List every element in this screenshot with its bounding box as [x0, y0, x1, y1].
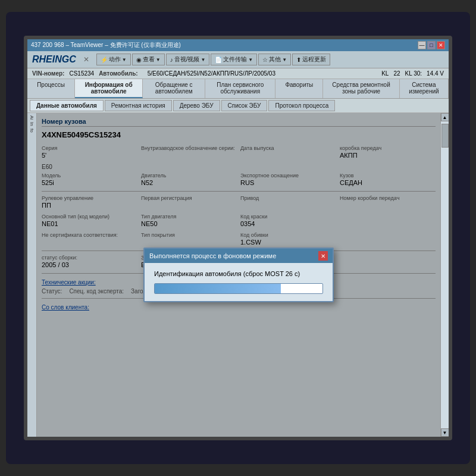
dialog-body: Идентификация автомобиля (сброс MOST 26 … [145, 263, 333, 301]
scroll-track [441, 121, 449, 428]
kl2-value: 14.4 V [427, 70, 444, 77]
progress-bar-fill [155, 284, 281, 293]
dialog-message: Идентификация автомобиля (сброс MOST 26 … [154, 270, 323, 277]
teamviewer-title-bar: 437 200 968 – TeamViewer – 免费许可证 (仅非商业用途… [27, 39, 449, 51]
auto-value: 5/E60/СЕДАН/525I/N52/АКПП/RUS/ЛР/2005/03 [148, 70, 275, 77]
scroll-up-button[interactable]: ▲ [441, 113, 449, 121]
maximize-button[interactable]: □ [427, 41, 436, 49]
toolbar-filetransfer[interactable]: 📄 文件传输 ▼ [211, 54, 257, 65]
scroll-down-button[interactable]: ▼ [441, 428, 449, 437]
subtab-repair-history[interactable]: Ремонтная история [105, 100, 172, 111]
tab-vehicle-info[interactable]: Информация об автомобиле [75, 79, 143, 98]
arrow-icon4: ▼ [248, 57, 253, 62]
lightning-icon: ⚡ [101, 57, 108, 63]
tab-service-plan[interactable]: План сервисного обслуживания [205, 79, 275, 98]
content-area: Ai In fo Номер кузова X4XNE50495CS15234 … [27, 113, 449, 437]
main-nav-tabs: Процессы Информация об автомобиле Обраще… [27, 79, 449, 99]
tab-vehicle-handling[interactable]: Обращение с автомобилем [143, 79, 205, 98]
actions-label: 动作 [109, 55, 121, 64]
subtab-ecu-list[interactable]: Список ЭБУ [221, 100, 268, 111]
arrow-icon5: ▼ [282, 57, 287, 62]
subtab-ecu-tree[interactable]: Дерево ЭБУ [173, 100, 220, 111]
scroll-thumb[interactable] [441, 124, 449, 148]
app-header: RHEINGC ✕ ⚡ 动作 ▼ ◉ 查看 ▼ ♪ 音视/视频 [27, 51, 449, 68]
kl-value: 22 [393, 70, 400, 77]
arrow-icon: ▼ [122, 57, 127, 62]
dialog-title-bar: Выполняется процесс в фоновом режиме ✕ [145, 249, 333, 263]
tab-favorites[interactable]: Фавориты [275, 79, 323, 98]
toolbar-actions[interactable]: ⚡ 动作 ▼ [96, 54, 131, 65]
kl-label: KL [381, 70, 389, 77]
progress-bar-container [154, 283, 323, 294]
vin-label: VIN-номер: [32, 70, 64, 77]
laptop-screen: 437 200 968 – TeamViewer – 免费许可证 (仅非商业用途… [24, 36, 452, 440]
toolbar: ⚡ 动作 ▼ ◉ 查看 ▼ ♪ 音视/视频 ▼ 📄 [96, 54, 444, 65]
photo-frame: 437 200 968 – TeamViewer – 免费许可证 (仅非商业用途… [6, 12, 470, 464]
toolbar-remote-update[interactable]: ⬆ 远程更新 [292, 54, 330, 65]
close-window-button[interactable]: ✕ [437, 41, 445, 49]
audio-icon: ♪ [170, 57, 173, 63]
right-scrollbar: ▲ ▼ [440, 113, 449, 437]
kl2-label: KL 30: [405, 70, 422, 77]
tab-processes[interactable]: Процессы [27, 79, 75, 98]
modal-overlay: Выполняется процесс в фоновом режиме ✕ И… [37, 113, 440, 437]
left-sidebar: Ai In fo [27, 113, 37, 437]
tab-measurements[interactable]: Система измерений [400, 79, 449, 98]
window-title: 437 200 968 – TeamViewer – 免费许可证 (仅非商业用途… [31, 41, 418, 49]
minimize-button[interactable]: — [418, 41, 426, 49]
app-window: RHEINGC ✕ ⚡ 动作 ▼ ◉ 查看 ▼ ♪ 音视/视频 [27, 51, 449, 437]
sub-tabs: Данные автомобиля Ремонтная история Дере… [27, 99, 449, 113]
title-bar-buttons: — □ ✕ [418, 41, 445, 49]
dialog-title: Выполняется процесс в фоновом режиме [149, 252, 276, 259]
file-icon: 📄 [215, 57, 222, 63]
star-icon: ☆ [262, 57, 268, 63]
app-logo: RHEINGC [32, 54, 76, 65]
arrow-icon2: ▼ [156, 57, 161, 62]
view-label: 查看 [143, 55, 155, 64]
toolbar-other[interactable]: ☆ 其他 ▼ [258, 54, 291, 65]
file-label: 文件传输 [223, 55, 247, 64]
audio-label: 音视/视频 [174, 55, 200, 64]
main-content: Номер кузова X4XNE50495CS15234 Серия 5' … [37, 113, 440, 437]
vin-value: CS15234 [69, 70, 94, 77]
sidebar-item-3[interactable]: fo [29, 129, 35, 133]
toolbar-audio[interactable]: ♪ 音视/视频 ▼ [166, 54, 210, 65]
subtab-process-log[interactable]: Протокол процесса [268, 100, 335, 111]
app-close-x[interactable]: ✕ [81, 55, 92, 64]
auto-label: Автомобиль: [99, 70, 138, 77]
remote-label: 远程更新 [302, 55, 326, 64]
other-label: 其他 [269, 55, 281, 64]
sidebar-item-1[interactable]: Ai [29, 115, 35, 120]
sidebar-item-2[interactable]: In [29, 122, 35, 126]
vin-bar: VIN-номер: CS15234 Автомобиль: 5/E60/СЕД… [27, 68, 449, 79]
tab-repair-zone[interactable]: Средства ремонтной зоны рабочие [323, 79, 399, 98]
toolbar-view[interactable]: ◉ 查看 ▼ [132, 54, 165, 65]
progress-dialog: Выполняется процесс в фоновом режиме ✕ И… [143, 248, 334, 302]
subtab-vehicle-data[interactable]: Данные автомобиля [30, 100, 104, 111]
dialog-close-button[interactable]: ✕ [318, 251, 328, 261]
arrow-icon3: ▼ [201, 57, 205, 62]
view-icon: ◉ [136, 57, 142, 63]
upload-icon: ⬆ [296, 57, 301, 63]
vin-right-info: KL 22 KL 30: 14.4 V [381, 70, 444, 77]
